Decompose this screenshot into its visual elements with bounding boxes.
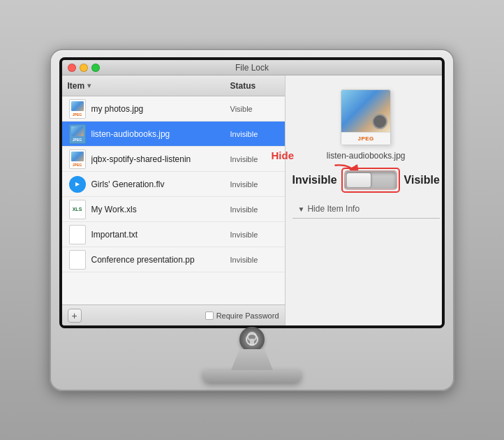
table-row[interactable]: JPEG my photos.jpg Visible (62, 96, 285, 122)
file-status: Invisible (230, 180, 279, 189)
stand-base (203, 370, 301, 383)
column-status: Status (230, 81, 279, 91)
require-password-checkbox[interactable] (205, 311, 214, 320)
preview-type-label: JPEG (341, 132, 390, 145)
file-status: Invisible (230, 230, 279, 239)
table-row[interactable]: JPEG listen-audiobooks.jpg Invisible (62, 122, 285, 147)
file-name: My Work.xls (91, 205, 230, 214)
file-preview: JPEG (341, 89, 391, 145)
xls-icon: XLS (69, 200, 86, 219)
require-password-container: Require Password (205, 311, 279, 320)
stand-neck (231, 349, 273, 370)
preview-filename: listen-audiobooks.jpg (327, 151, 406, 161)
list-header: Item ▾ Status (62, 75, 285, 96)
column-item: Item ▾ (68, 81, 230, 91)
file-status: Visible (230, 105, 279, 113)
hide-annotation-label: Hide (272, 149, 295, 161)
table-row[interactable]: Important.txt Invisible (62, 222, 285, 247)
jpeg-icon: JPEG (69, 99, 86, 119)
file-icon: JPEG (68, 124, 87, 144)
file-status: Invisible (230, 205, 279, 214)
sort-arrow-icon: ▾ (87, 82, 91, 89)
visibility-row: Hide Invisible (292, 170, 440, 190)
toggle-right (371, 172, 396, 189)
add-button[interactable]: + (68, 309, 82, 323)
app-content: Item ▾ Status JPEG my photos.jpg Visib (62, 75, 443, 325)
right-panel: JPEG listen-audiobooks.jpg Hide (286, 75, 443, 325)
table-row[interactable]: Conference presentation.pp Invisible (62, 247, 285, 272)
minimize-button[interactable] (80, 64, 88, 72)
file-icon: XLS (68, 200, 87, 219)
bottom-bar: + Require Password (62, 305, 285, 325)
monitor-chin (51, 330, 453, 349)
file-status: Invisible (230, 130, 279, 138)
table-row[interactable]: XLS My Work.xls Invisible (62, 197, 285, 222)
file-icon: ▶ (68, 175, 87, 194)
toggle-container (344, 170, 397, 190)
txt-icon (69, 225, 86, 244)
close-button[interactable] (68, 64, 76, 72)
jpeg-selected-icon: JPEG (69, 124, 86, 144)
file-name: my photos.jpg (91, 104, 230, 114)
file-icon: JPEG (68, 99, 87, 119)
require-password-label: Require Password (216, 311, 279, 320)
table-row[interactable]: JPEG jqbx-spotify-shared-listenin Invisi… (62, 147, 285, 172)
left-panel: Item ▾ Status JPEG my photos.jpg Visib (62, 75, 286, 325)
window-controls (68, 64, 100, 72)
ppt-icon (69, 250, 86, 270)
table-row[interactable]: ▶ Girls' Generation.flv Invisible (62, 172, 285, 197)
visible-label: Visible (404, 174, 440, 186)
file-icon (68, 225, 87, 244)
toggle-thumb (347, 173, 371, 187)
jpeg-icon: JPEG (69, 149, 86, 169)
file-status: Invisible (230, 256, 279, 264)
file-name: listen-audiobooks.jpg (91, 129, 230, 139)
window-title: File Lock (235, 63, 269, 73)
triangle-icon: ▼ (298, 205, 305, 213)
divider (292, 218, 440, 219)
file-name: jqbx-spotify-shared-listenin (91, 154, 230, 164)
monitor-logo-icon (239, 327, 265, 352)
file-name: Important.txt (91, 230, 230, 240)
visibility-toggle[interactable] (344, 170, 397, 190)
maximize-button[interactable] (91, 64, 100, 72)
hide-item-info-label: Hide Item Info (307, 204, 360, 214)
screen: File Lock Item ▾ Status (62, 60, 443, 325)
file-name: Conference presentation.pp (91, 255, 230, 265)
screen-bezel: File Lock Item ▾ Status (59, 57, 445, 328)
flv-icon: ▶ (69, 176, 86, 193)
svg-rect-2 (250, 339, 254, 346)
monitor: File Lock Item ▾ Status (50, 49, 454, 391)
monitor-stand (51, 349, 453, 383)
preview-image (341, 90, 390, 132)
file-icon (68, 250, 87, 270)
file-name: Girls' Generation.flv (91, 179, 230, 189)
file-list: JPEG my photos.jpg Visible JPEG listen-a… (62, 96, 285, 305)
svg-point-1 (248, 332, 256, 341)
title-bar: File Lock (62, 60, 443, 75)
keyhole-icon (244, 330, 260, 349)
hide-item-info[interactable]: ▼ Hide Item Info (292, 204, 360, 214)
file-icon: JPEG (68, 149, 87, 169)
